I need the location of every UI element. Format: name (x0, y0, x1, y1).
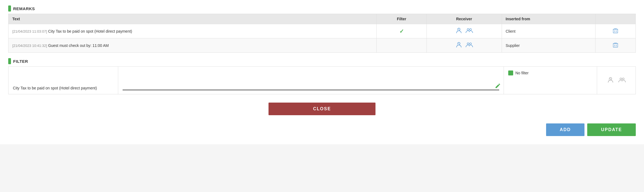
pencil-icon (495, 83, 501, 90)
filter-single-person-icon[interactable] (607, 76, 614, 85)
row2-filter (377, 38, 426, 53)
single-person-icon[interactable] (455, 41, 463, 50)
svg-rect-12 (613, 44, 618, 47)
filter-title: FILTER (13, 59, 28, 64)
filter-input-cell[interactable] (118, 67, 504, 94)
close-button[interactable]: CLOSE (269, 103, 375, 115)
table-row: [21/04/2023 10:41:32] Guest must check o… (9, 38, 636, 53)
filter-no-filter-cell: No filter (504, 67, 597, 94)
single-person-icon[interactable] (455, 27, 463, 35)
svg-rect-9 (457, 43, 459, 45)
filter-text-input[interactable] (123, 83, 499, 90)
svg-rect-17 (609, 78, 611, 80)
filter-check-icon: ✓ (399, 28, 404, 34)
row2-inserted-from: Supplier (502, 38, 595, 53)
bottom-button-row: ADD UPDATE (8, 123, 636, 136)
remarks-indicator (8, 5, 11, 12)
col-receiver: Receiver (426, 14, 502, 24)
group-person-icon[interactable] (465, 27, 473, 35)
row1-timestamp: [21/04/2023 11:03:07] (12, 29, 47, 33)
svg-point-11 (470, 43, 471, 45)
svg-rect-4 (613, 29, 618, 33)
filter-person-icons-cell (597, 67, 635, 94)
row1-receiver (426, 24, 502, 38)
delete-icon[interactable] (612, 44, 618, 49)
col-inserted-from: Inserted from (502, 14, 595, 24)
col-text: Text (9, 14, 377, 24)
remarks-table: Text Filter Receiver Inserted from [21/0… (8, 14, 636, 53)
row2-receiver (426, 38, 502, 53)
row1-inserted-from: Client (502, 24, 595, 38)
green-square-indicator (508, 70, 513, 75)
filter-indicator (8, 58, 11, 64)
add-button[interactable]: ADD (546, 123, 585, 136)
svg-rect-1 (457, 29, 459, 31)
group-person-icon[interactable] (465, 41, 473, 50)
svg-point-3 (470, 29, 471, 30)
delete-icon[interactable] (612, 30, 618, 35)
col-actions (595, 14, 635, 24)
svg-point-2 (467, 29, 469, 30)
svg-point-18 (620, 78, 622, 80)
remarks-section-header: REMARKS (8, 5, 636, 12)
no-filter-label: No filter (515, 71, 529, 75)
filter-group-person-icon[interactable] (618, 76, 626, 85)
close-button-row: CLOSE (8, 103, 636, 115)
row1-text: [21/04/2023 11:03:07] City Tax to be pai… (9, 24, 377, 38)
row1-filter: ✓ (377, 24, 426, 38)
svg-point-10 (467, 43, 469, 45)
row2-timestamp: [21/04/2023 10:41:32] (12, 44, 47, 48)
update-button[interactable]: UPDATE (587, 123, 636, 136)
table-row: [21/04/2023 11:03:07] City Tax to be pai… (9, 24, 636, 38)
row2-text: [21/04/2023 10:41:32] Guest must check o… (9, 38, 377, 53)
row2-delete[interactable] (595, 38, 635, 53)
svg-point-19 (622, 78, 624, 80)
filter-display-text: City Tax to be paid on spot (Hotel direc… (13, 86, 97, 90)
remarks-title: REMARKS (13, 6, 35, 11)
row1-delete[interactable] (595, 24, 635, 38)
filter-section-header: FILTER (8, 58, 636, 64)
filter-text-cell: City Tax to be paid on spot (Hotel direc… (9, 67, 118, 94)
col-filter: Filter (377, 14, 426, 24)
filter-section: City Tax to be paid on spot (Hotel direc… (8, 66, 636, 94)
